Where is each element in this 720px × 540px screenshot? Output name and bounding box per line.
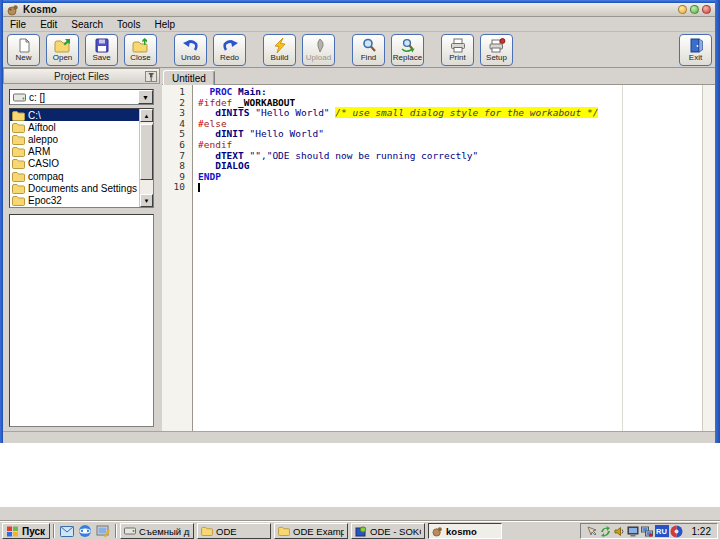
- tree-item-label: Aiftool: [28, 122, 56, 133]
- code-area[interactable]: PROC Main:#ifdef _WORKABOUT dINITS "Hell…: [194, 85, 701, 431]
- combo-dropdown-button[interactable]: ▼: [138, 90, 153, 104]
- upload-icon: [311, 38, 327, 53]
- show-desktop-icon[interactable]: [95, 524, 111, 539]
- folder-tree[interactable]: C:\ Aiftool: [9, 108, 154, 208]
- tree-item-label: C:\: [28, 110, 41, 121]
- tree-scrollbar[interactable]: ▲ ▼: [139, 109, 153, 207]
- drive-icon: [13, 93, 26, 102]
- window-border-right: [715, 0, 720, 443]
- tree-item[interactable]: compaq: [10, 170, 140, 182]
- folder-icon: [12, 183, 25, 194]
- tree-item[interactable]: C:\: [10, 109, 140, 121]
- replace-button[interactable]: Replace: [391, 34, 424, 66]
- menu-file[interactable]: File: [3, 18, 33, 31]
- system-tray: RU 1:22: [580, 523, 718, 539]
- folder-icon: [12, 122, 25, 133]
- build-button[interactable]: Build: [263, 34, 296, 66]
- print-button[interactable]: Print: [441, 34, 474, 66]
- panel-header: Project Files: [3, 68, 160, 84]
- editor-region: Untitled 12345678910 PROC Main:#ifdef _W…: [162, 68, 715, 431]
- tray-pointer-icon[interactable]: [585, 525, 598, 538]
- redo-button[interactable]: Redo: [213, 34, 246, 66]
- new-button[interactable]: New: [7, 34, 40, 66]
- tab-untitled[interactable]: Untitled: [163, 70, 215, 85]
- printer-icon: [449, 38, 467, 53]
- title-bar[interactable]: Kosmo: [3, 3, 715, 17]
- pin-button[interactable]: [145, 71, 157, 82]
- menu-help[interactable]: Help: [147, 18, 182, 31]
- menu-tools[interactable]: Tools: [110, 18, 147, 31]
- tray-swirl-icon[interactable]: [670, 525, 683, 538]
- task-ode-examples-folder[interactable]: ODE Examples: [274, 523, 348, 539]
- tree-item-label: CASIO: [28, 158, 59, 169]
- open-button[interactable]: Open: [46, 34, 79, 66]
- tree-item[interactable]: [10, 207, 140, 209]
- tray-network-icon[interactable]: [641, 525, 654, 538]
- drive-selector-value: c: []: [29, 92, 45, 103]
- close-file-button[interactable]: Close: [124, 34, 157, 66]
- menu-search[interactable]: Search: [64, 18, 110, 31]
- folder-icon: [12, 110, 25, 121]
- save-floppy-icon: [94, 38, 110, 53]
- window-footer: [3, 431, 715, 443]
- start-button[interactable]: Пуск: [2, 523, 50, 539]
- language-indicator[interactable]: RU: [655, 525, 669, 537]
- tree-item-label: compaq: [28, 171, 64, 182]
- tree-item[interactable]: ARM: [10, 146, 140, 158]
- folder-icon: [12, 207, 25, 208]
- code-lines: PROC Main:#ifdef _WORKABOUT dINITS "Hell…: [198, 87, 701, 193]
- outlook-quicklaunch-icon[interactable]: [59, 524, 75, 539]
- screen: Kosmo File Edit Search Tools Help New: [0, 0, 720, 540]
- folder-icon: [201, 526, 213, 536]
- tree-list: C:\ Aiftool: [10, 109, 140, 208]
- find-button[interactable]: Find: [352, 34, 385, 66]
- close-button[interactable]: [702, 5, 711, 14]
- window-border-top: [0, 0, 720, 3]
- scroll-down-button[interactable]: ▼: [140, 194, 153, 207]
- setup-button[interactable]: Setup: [480, 34, 513, 66]
- tree-item[interactable]: Aiftool: [10, 121, 140, 133]
- tree-item[interactable]: aleppo: [10, 133, 140, 145]
- scroll-thumb[interactable]: [140, 124, 153, 180]
- drive-selector[interactable]: c: [] ▼: [9, 89, 154, 105]
- editor-scrollbar[interactable]: [702, 85, 715, 431]
- search-icon: [361, 38, 377, 53]
- line-number-gutter: 12345678910: [162, 85, 193, 431]
- menu-edit[interactable]: Edit: [33, 18, 64, 31]
- replace-icon: [399, 38, 417, 53]
- undo-button[interactable]: Undo: [174, 34, 207, 66]
- undo-arrow-icon: [182, 38, 200, 53]
- folder-icon: [12, 134, 25, 145]
- tree-item-label: ARM: [28, 146, 50, 157]
- tray-display-icon[interactable]: [627, 525, 640, 538]
- tree-item[interactable]: Epoc32: [10, 194, 140, 206]
- maximize-button[interactable]: [690, 5, 699, 14]
- tray-update-icon[interactable]: [599, 525, 612, 538]
- task-ode-folder[interactable]: ODE: [197, 523, 271, 539]
- scroll-up-button[interactable]: ▲: [140, 109, 153, 122]
- editor-body: 12345678910 PROC Main:#ifdef _WORKABOUT …: [162, 85, 715, 431]
- task-kosmo[interactable]: kosmo: [428, 523, 502, 539]
- menu-bar: File Edit Search Tools Help: [3, 18, 715, 32]
- redo-arrow-icon: [221, 38, 239, 53]
- save-button[interactable]: Save: [85, 34, 118, 66]
- minimize-button[interactable]: [678, 5, 687, 14]
- folder-icon: [12, 195, 25, 206]
- window-border-left: [0, 0, 3, 443]
- open-folder-icon: [54, 38, 72, 53]
- project-files-panel: Project Files c: [] ▼: [3, 68, 160, 431]
- tree-item-label: aleppo: [28, 134, 58, 145]
- exit-button[interactable]: Exit: [679, 34, 712, 66]
- internet-explorer-icon[interactable]: [77, 524, 93, 539]
- upload-button[interactable]: Upload: [302, 34, 335, 66]
- panel-title: Project Files: [54, 71, 109, 82]
- tray-volume-icon[interactable]: [613, 525, 626, 538]
- task-ode-sokoban[interactable]: ODE - SOKOBA...: [351, 523, 425, 539]
- tree-item[interactable]: Documents and Settings: [10, 182, 140, 194]
- folder-icon: [12, 158, 25, 169]
- ode-app-icon: [355, 526, 367, 537]
- tree-item[interactable]: CASIO: [10, 158, 140, 170]
- kosmo-app-icon: [432, 526, 443, 537]
- task-removable-disk[interactable]: Съемный диск...: [120, 523, 194, 539]
- toolbar: New Open Save: [3, 33, 715, 68]
